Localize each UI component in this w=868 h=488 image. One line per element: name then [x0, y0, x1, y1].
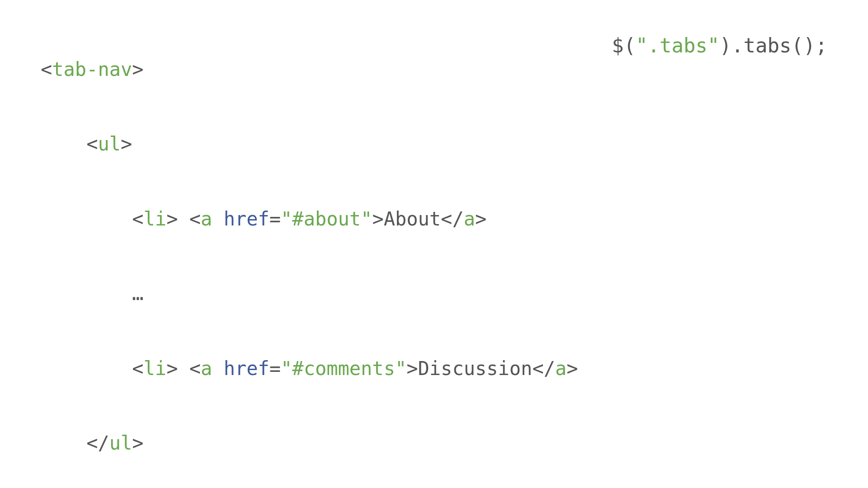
slide: $(".tabs").tabs(); <tab-nav> <ul> <li> <… — [0, 0, 868, 488]
code-line-6: </ul> — [41, 425, 590, 462]
js-after: ).tabs(); — [720, 34, 827, 57]
code-line-2: <ul> — [41, 126, 590, 163]
js-snippet: $(".tabs").tabs(); — [612, 34, 827, 57]
js-selector: ".tabs" — [636, 34, 719, 57]
js-dollar: $( — [612, 34, 636, 57]
code-line-3: <li> <a href="#about">About</a> — [41, 201, 590, 238]
code-line-4: … — [41, 275, 590, 313]
code-line-1: <tab-nav> — [41, 51, 590, 89]
code-block: <tab-nav> <ul> <li> <a href="#about">Abo… — [41, 14, 590, 488]
code-line-5: <li> <a href="#comments">Discussion</a> — [41, 350, 590, 388]
